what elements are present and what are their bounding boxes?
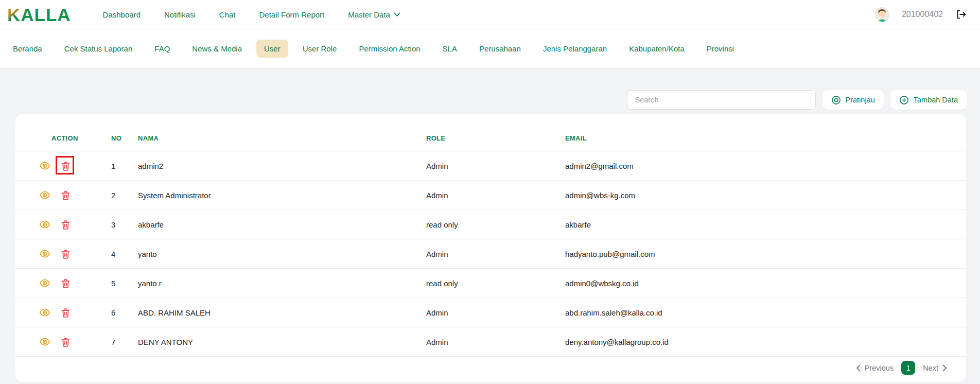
eye-icon <box>39 277 50 289</box>
delete-button[interactable] <box>60 160 71 171</box>
delete-button[interactable] <box>60 248 71 259</box>
action-cell <box>39 160 111 171</box>
table-row: 3 akbarfe read only akbarfe <box>15 210 966 239</box>
subnav-cek-status-laporan[interactable]: Cek Status Laporan <box>57 40 141 58</box>
eye-icon <box>39 248 50 259</box>
view-button[interactable] <box>39 307 50 318</box>
user-avatar[interactable] <box>875 7 889 22</box>
cell-nama: System Administrator <box>138 191 426 200</box>
subnav-news-media[interactable]: News & Media <box>184 40 250 58</box>
next-page-button[interactable]: Next <box>923 364 947 372</box>
cell-role: read only <box>426 220 565 229</box>
pratinjau-button[interactable]: Pratinjau <box>822 90 884 110</box>
top-bar: KALLA Dashboard Notifikasi Chat Detail F… <box>0 0 980 29</box>
logout-icon <box>955 9 967 20</box>
column-header-email: EMAIL <box>565 134 942 142</box>
action-cell <box>39 248 111 259</box>
view-button[interactable] <box>39 160 50 171</box>
table-row: 7 DENY ANTONY Admin deny.antony@kallagro… <box>15 327 966 357</box>
eye-icon <box>39 160 50 171</box>
nav-master-data[interactable]: Master Data <box>348 10 400 19</box>
trash-icon <box>60 249 71 259</box>
nav-dashboard[interactable]: Dashboard <box>103 10 141 19</box>
delete-button[interactable] <box>60 336 71 347</box>
plus-circle-icon <box>899 95 909 105</box>
trash-icon <box>60 278 71 289</box>
action-cell <box>39 307 111 318</box>
subnav-perusahaan[interactable]: Perusahaan <box>471 40 529 58</box>
table-row: 2 System Administrator Admin admin@wbs-k… <box>15 181 966 210</box>
tambah-data-label: Tambah Data <box>914 96 958 104</box>
action-cell <box>39 336 111 347</box>
next-label: Next <box>923 364 938 372</box>
subnav-faq[interactable]: FAQ <box>147 40 178 58</box>
cell-role: Admin <box>426 250 565 258</box>
logout-button[interactable] <box>955 9 967 20</box>
subnav-user-active[interactable]: User <box>256 40 288 58</box>
cell-email: abd.rahim.saleh@kalla.co.id <box>565 308 942 317</box>
pratinjau-label: Pratinjau <box>846 96 875 104</box>
nav-notifikasi-label: Notifikasi <box>164 10 196 19</box>
nav-chat[interactable]: Chat <box>219 10 236 19</box>
previous-page-button[interactable]: Previous <box>856 364 894 372</box>
cell-no: 7 <box>111 338 138 346</box>
user-table-card: ACTION NO NAMA ROLE EMAIL <box>15 114 966 382</box>
nav-notifikasi[interactable]: Notifikasi <box>164 10 196 19</box>
table-row: 6 ABD. RAHIM SALEH Admin abd.rahim.saleh… <box>15 298 966 327</box>
delete-button[interactable] <box>60 307 71 318</box>
cell-role: read only <box>426 279 565 288</box>
cell-no: 3 <box>111 220 138 229</box>
sub-navigation: Beranda Cek Status Laporan FAQ News & Me… <box>0 29 980 68</box>
subnav-permission-action[interactable]: Permission Action <box>351 40 428 58</box>
view-button[interactable] <box>39 248 50 259</box>
subnav-beranda[interactable]: Beranda <box>5 40 50 58</box>
subnav-provinsi[interactable]: Provinsi <box>699 40 742 58</box>
view-button[interactable] <box>39 277 50 289</box>
cell-role: Admin <box>426 308 565 317</box>
table-row: 4 yanto Admin hadyanto.pub@gmail.com <box>15 239 966 269</box>
delete-button[interactable] <box>60 277 71 289</box>
cell-email: akbarfe <box>565 220 942 229</box>
subnav-jenis-pelanggaran[interactable]: Jenis Pelanggaran <box>535 40 615 58</box>
cell-email: admin2@gmail.com <box>565 162 942 170</box>
chevron-right-icon <box>942 364 947 372</box>
search-input[interactable] <box>627 90 816 110</box>
highlighted-action <box>60 160 71 171</box>
cell-email: admin0@wbskg.co.id <box>565 279 942 288</box>
cell-no: 6 <box>111 308 138 317</box>
avatar-icon <box>875 7 889 22</box>
subnav-kabupaten-kota[interactable]: Kabupaten/Kota <box>621 40 692 58</box>
cell-nama: ABD. RAHIM SALEH <box>138 308 426 317</box>
cell-role: Admin <box>426 191 565 200</box>
view-button[interactable] <box>39 336 50 347</box>
preview-eye-icon <box>831 95 841 105</box>
cell-no: 4 <box>111 250 138 258</box>
eye-icon <box>39 219 50 230</box>
nav-detail-form-report[interactable]: Detail Form Report <box>259 10 325 19</box>
cell-role: Admin <box>426 338 565 346</box>
column-header-action: ACTION <box>39 134 111 142</box>
kalla-logo[interactable]: KALLA <box>7 6 71 24</box>
page-number-current[interactable]: 1 <box>901 361 915 375</box>
cell-nama: DENY ANTONY <box>138 338 426 346</box>
cell-no: 1 <box>111 162 138 170</box>
pagination: Previous 1 Next <box>856 361 947 375</box>
cell-nama: yanto r <box>138 279 426 288</box>
view-button[interactable] <box>39 189 50 201</box>
subnav-user-role[interactable]: User Role <box>295 40 345 58</box>
delete-button[interactable] <box>60 189 71 201</box>
view-button[interactable] <box>39 219 50 230</box>
trash-icon <box>60 161 71 171</box>
cell-nama: yanto <box>138 250 426 258</box>
trash-icon <box>60 190 71 201</box>
tambah-data-button[interactable]: Tambah Data <box>890 90 967 110</box>
column-header-nama: NAMA <box>138 134 426 142</box>
eye-icon <box>39 336 50 347</box>
action-cell <box>39 277 111 289</box>
previous-label: Previous <box>865 364 894 372</box>
cell-no: 2 <box>111 191 138 200</box>
delete-button[interactable] <box>60 219 71 230</box>
cell-email: deny.antony@kallagroup.co.id <box>565 338 942 346</box>
cell-email: hadyanto.pub@gmail.com <box>565 250 942 258</box>
subnav-sla[interactable]: SLA <box>435 40 465 58</box>
